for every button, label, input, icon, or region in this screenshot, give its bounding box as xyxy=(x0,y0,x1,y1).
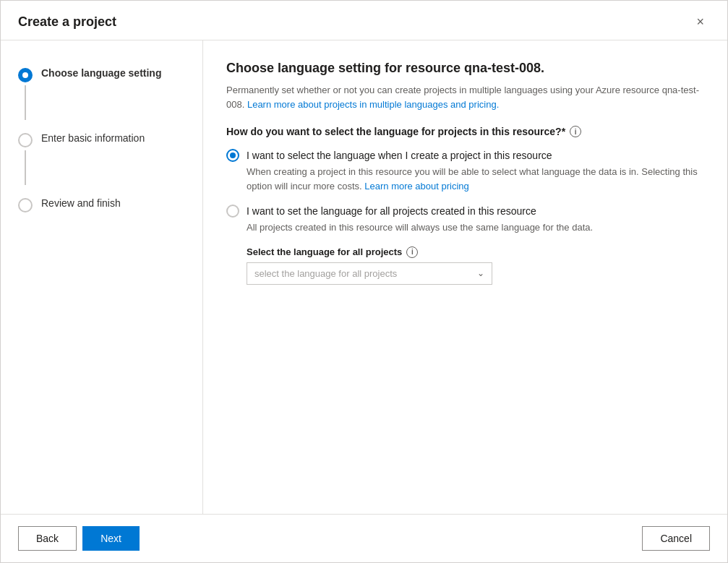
radio-per-project-input[interactable] xyxy=(226,149,239,162)
cancel-button[interactable]: Cancel xyxy=(642,526,710,551)
dialog-title: Create a project xyxy=(18,14,116,30)
step-2-connector xyxy=(25,150,26,185)
back-button[interactable]: Back xyxy=(18,526,77,551)
radio-option-all-projects: I want to set the language for all proje… xyxy=(226,205,704,285)
sidebar: Choose language setting Enter basic info… xyxy=(1,40,203,514)
step-2-circle xyxy=(18,133,33,147)
sidebar-item-choose-language[interactable]: Choose language setting xyxy=(1,61,202,126)
language-sub-section: Select the language for all projects i s… xyxy=(247,246,704,285)
next-button[interactable]: Next xyxy=(82,526,140,551)
radio-per-project-row[interactable]: I want to select the language when I cre… xyxy=(226,149,704,162)
sub-label: Select the language for all projects i xyxy=(247,246,704,258)
step-1-circle xyxy=(18,68,33,82)
radio-group: I want to select the language when I cre… xyxy=(226,149,704,285)
radio-all-projects-input[interactable] xyxy=(226,205,239,218)
dialog-body: Choose language setting Enter basic info… xyxy=(1,40,727,514)
sidebar-item-review-finish[interactable]: Review and finish xyxy=(1,191,202,218)
radio-option-per-project: I want to select the language when I cre… xyxy=(226,149,704,193)
step-3-label: Review and finish xyxy=(41,197,121,209)
radio-per-project-desc-link[interactable]: Learn more about pricing xyxy=(364,181,469,192)
main-content: Choose language setting for resource qna… xyxy=(203,40,727,514)
radio-all-projects-row[interactable]: I want to set the language for all proje… xyxy=(226,205,704,218)
section-title: Choose language setting for resource qna… xyxy=(226,61,704,76)
question-info-icon: i xyxy=(570,126,581,137)
close-button[interactable]: × xyxy=(690,12,710,31)
step-1-label: Choose language setting xyxy=(41,66,161,79)
radio-per-project-label: I want to select the language when I cre… xyxy=(247,150,552,161)
radio-all-projects-label: I want to set the language for all proje… xyxy=(247,205,536,217)
language-dropdown[interactable]: select the language for all projects ⌄ xyxy=(247,262,492,285)
dropdown-placeholder: select the language for all projects xyxy=(254,268,397,279)
sub-label-info-icon: i xyxy=(406,246,418,258)
question-label: How do you want to select the language f… xyxy=(226,126,704,137)
dialog-header: Create a project × xyxy=(1,1,727,40)
footer-left-buttons: Back Next xyxy=(18,526,140,551)
step-2-indicator xyxy=(18,133,33,185)
step-3-circle xyxy=(18,198,33,212)
sub-label-text: Select the language for all projects xyxy=(247,246,402,257)
create-project-dialog: Create a project × Choose language setti… xyxy=(0,0,728,563)
question-text: How do you want to select the language f… xyxy=(226,126,565,137)
dialog-footer: Back Next Cancel xyxy=(1,514,727,562)
radio-all-projects-description: All projects created in this resource wi… xyxy=(247,220,704,235)
description-link[interactable]: Learn more about projects in multiple la… xyxy=(247,99,499,110)
sidebar-item-enter-basic[interactable]: Enter basic information xyxy=(1,126,202,191)
radio-per-project-desc-text: When creating a project in this resource… xyxy=(247,166,698,192)
step-1-indicator xyxy=(18,68,33,120)
description: Permanently set whether or not you can c… xyxy=(226,83,704,111)
step-3-indicator xyxy=(18,198,33,212)
radio-per-project-description: When creating a project in this resource… xyxy=(247,165,704,193)
step-2-label: Enter basic information xyxy=(41,132,145,144)
step-1-connector xyxy=(25,85,26,120)
chevron-down-icon: ⌄ xyxy=(477,268,484,278)
